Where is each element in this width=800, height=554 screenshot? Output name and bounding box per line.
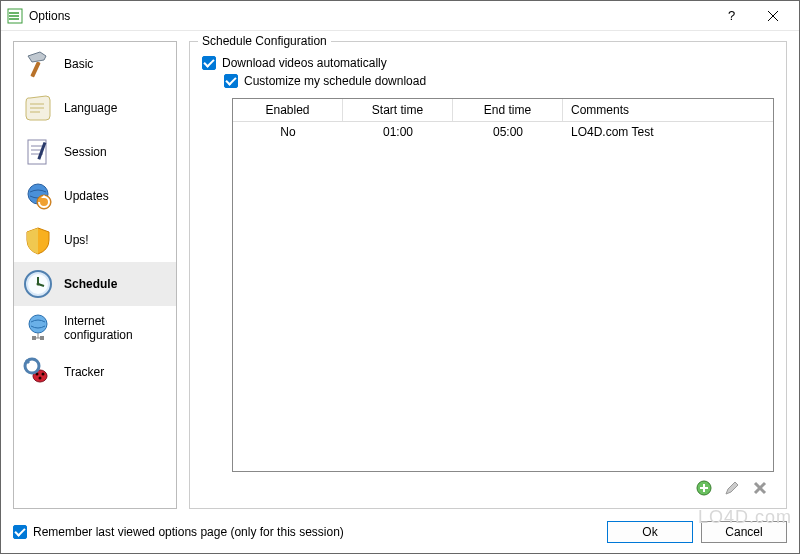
remember-checkbox[interactable] [13, 525, 27, 539]
schedule-table[interactable]: Enabled Start time End time Comments No … [232, 98, 774, 472]
sidebar-item-label: Schedule [64, 277, 117, 291]
scroll-icon [22, 92, 54, 124]
th-comments[interactable]: Comments [563, 99, 773, 121]
sidebar-item-label: Session [64, 145, 107, 159]
sidebar-item-language[interactable]: Language [14, 86, 176, 130]
svg-rect-10 [30, 61, 40, 77]
main-panel: Schedule Configuration Download videos a… [189, 41, 787, 509]
content-area: Basic Language [1, 31, 799, 513]
clock-icon [22, 268, 54, 300]
sidebar-item-basic[interactable]: Basic [14, 42, 176, 86]
table-body: No 01:00 05:00 LO4D.com Test [233, 122, 773, 471]
th-enabled[interactable]: Enabled [233, 99, 343, 121]
footer: Remember last viewed options page (only … [1, 513, 799, 553]
network-icon [22, 312, 54, 344]
svg-point-4 [9, 12, 11, 14]
schedule-groupbox: Schedule Configuration Download videos a… [189, 41, 787, 509]
remember-row[interactable]: Remember last viewed options page (only … [13, 525, 344, 539]
svg-point-34 [42, 373, 45, 376]
th-end[interactable]: End time [453, 99, 563, 121]
close-button[interactable] [753, 2, 793, 30]
svg-point-5 [9, 15, 11, 17]
sidebar-item-label: Updates [64, 189, 109, 203]
cell-end: 05:00 [453, 122, 563, 142]
window-title: Options [29, 9, 713, 23]
download-auto-row[interactable]: Download videos automatically [202, 56, 774, 70]
svg-point-6 [9, 18, 11, 20]
sidebar: Basic Language [13, 41, 177, 509]
cell-start: 01:00 [343, 122, 453, 142]
bug-magnifier-icon [22, 356, 54, 388]
th-start[interactable]: Start time [343, 99, 453, 121]
ok-button[interactable]: Ok [607, 521, 693, 543]
svg-point-26 [37, 283, 40, 286]
sidebar-item-ups[interactable]: Ups! [14, 218, 176, 262]
help-button[interactable]: ? [713, 2, 753, 30]
globe-refresh-icon [22, 180, 54, 212]
cell-comments: LO4D.com Test [563, 122, 773, 142]
cell-enabled: No [233, 122, 343, 142]
sidebar-item-label: Ups! [64, 233, 89, 247]
titlebar: Options ? [1, 1, 799, 31]
sidebar-item-label: Language [64, 101, 117, 115]
svg-point-27 [29, 315, 47, 333]
sidebar-item-label: Internet configuration [64, 314, 168, 343]
download-auto-label: Download videos automatically [222, 56, 387, 70]
sidebar-item-label: Basic [64, 57, 93, 71]
remember-label: Remember last viewed options page (only … [33, 525, 344, 539]
table-row[interactable]: No 01:00 05:00 LO4D.com Test [233, 122, 773, 142]
delete-button[interactable] [750, 478, 770, 498]
customize-checkbox[interactable] [224, 74, 238, 88]
sidebar-item-session[interactable]: Session [14, 130, 176, 174]
add-button[interactable] [694, 478, 714, 498]
sidebar-item-label: Tracker [64, 365, 104, 379]
download-auto-checkbox[interactable] [202, 56, 216, 70]
svg-point-35 [39, 377, 42, 380]
edit-button[interactable] [722, 478, 742, 498]
sidebar-item-tracker[interactable]: Tracker [14, 350, 176, 394]
app-icon [7, 8, 23, 24]
svg-line-37 [26, 360, 29, 363]
sidebar-item-schedule[interactable]: Schedule [14, 262, 176, 306]
groupbox-title: Schedule Configuration [198, 34, 331, 48]
shield-icon [22, 224, 54, 256]
customize-label: Customize my schedule download [244, 74, 426, 88]
table-actions [232, 472, 774, 500]
options-window: Options ? Basic [0, 0, 800, 554]
table-header: Enabled Start time End time Comments [233, 99, 773, 122]
notepad-icon [22, 136, 54, 168]
sidebar-item-updates[interactable]: Updates [14, 174, 176, 218]
cancel-button[interactable]: Cancel [701, 521, 787, 543]
svg-text:?: ? [728, 9, 735, 23]
sidebar-item-internet[interactable]: Internet configuration [14, 306, 176, 350]
customize-row[interactable]: Customize my schedule download [224, 74, 774, 88]
hammer-icon [22, 48, 54, 80]
